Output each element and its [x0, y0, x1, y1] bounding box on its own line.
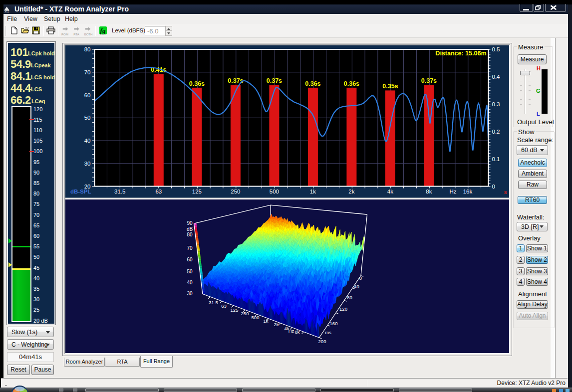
svg-text:30: 30 — [84, 160, 90, 166]
svg-text:dB-SPL: dB-SPL — [70, 188, 91, 194]
svg-text:0: 0 — [492, 183, 495, 189]
svg-text:250: 250 — [231, 188, 240, 194]
svg-text:4k: 4k — [387, 188, 393, 194]
svg-text:30: 30 — [187, 291, 193, 296]
svg-text:0.36s: 0.36s — [305, 80, 320, 87]
svg-text:0.36s: 0.36s — [343, 80, 359, 87]
svg-text:0.35s: 0.35s — [382, 83, 398, 90]
svg-text:40: 40 — [84, 138, 90, 144]
svg-text:0.36s: 0.36s — [189, 80, 204, 87]
svg-text:60: 60 — [84, 92, 90, 98]
svg-text:80: 80 — [187, 232, 193, 237]
svg-text:160: 160 — [329, 321, 337, 326]
svg-text:fg: fg — [100, 27, 106, 34]
svg-text:0.1: 0.1 — [492, 156, 500, 162]
svg-text:16k: 16k — [463, 188, 472, 194]
svg-text:120: 120 — [339, 306, 347, 312]
svg-text:Hz: Hz — [288, 328, 294, 333]
svg-text:90: 90 — [187, 220, 193, 225]
svg-text:70: 70 — [84, 69, 90, 75]
svg-text:63: 63 — [221, 303, 227, 309]
svg-text:40: 40 — [354, 284, 359, 289]
svg-text:200: 200 — [318, 338, 326, 344]
svg-text:2k: 2k — [274, 322, 279, 327]
svg-text:0: 0 — [359, 275, 361, 281]
svg-text:80: 80 — [84, 46, 90, 52]
svg-text:dB: dB — [186, 226, 193, 231]
svg-text:1k: 1k — [309, 188, 315, 194]
svg-text:1k: 1k — [263, 318, 268, 324]
svg-text:63: 63 — [155, 188, 162, 194]
svg-text:0.5: 0.5 — [492, 46, 500, 52]
svg-text:60: 60 — [187, 257, 193, 262]
svg-text:80: 80 — [347, 295, 352, 300]
svg-text:0.37s: 0.37s — [421, 77, 436, 84]
svg-text:Distance: 15.06m: Distance: 15.06m — [435, 50, 486, 57]
svg-text:0.37s: 0.37s — [228, 77, 243, 84]
svg-text:ROM: ROM — [61, 33, 68, 36]
svg-text:40: 40 — [187, 280, 193, 285]
svg-text:0.2: 0.2 — [492, 128, 500, 134]
svg-text:500: 500 — [251, 314, 259, 320]
svg-text:2k: 2k — [348, 188, 354, 194]
svg-text:XTZ: XTZ — [4, 10, 9, 13]
svg-text:50: 50 — [187, 269, 193, 274]
svg-text:BOTH: BOTH — [84, 33, 93, 36]
svg-text:250: 250 — [241, 311, 249, 316]
svg-text:31.5: 31.5 — [209, 300, 218, 305]
svg-text:s: s — [504, 189, 507, 195]
svg-text:8k: 8k — [294, 329, 299, 335]
svg-text:RTA: RTA — [73, 33, 79, 36]
svg-text:125: 125 — [192, 188, 201, 194]
svg-text:0.3: 0.3 — [492, 101, 500, 107]
svg-text:500: 500 — [269, 188, 279, 194]
svg-text:50: 50 — [84, 115, 90, 121]
svg-text:Hz: Hz — [449, 188, 456, 194]
svg-text:0.37s: 0.37s — [266, 77, 282, 84]
svg-text:0.4: 0.4 — [492, 73, 500, 79]
svg-text:125: 125 — [230, 307, 238, 312]
svg-text:8k: 8k — [426, 188, 432, 194]
svg-text:70: 70 — [187, 245, 193, 250]
svg-text:31.5: 31.5 — [114, 188, 125, 194]
svg-text:ms: ms — [325, 330, 331, 335]
